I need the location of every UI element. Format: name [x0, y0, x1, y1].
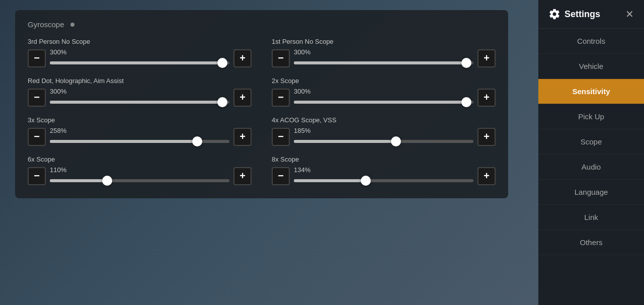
slider-group-4x-acog-scope: 4x ACOG Scope, VSS−185%+ [272, 116, 496, 146]
slider-thumb-3rd-person-no-scope[interactable] [217, 58, 227, 68]
slider-track-wrapper-3rd-person-no-scope[interactable] [50, 58, 229, 68]
slider-fill-3x-scope [50, 140, 197, 143]
minus-btn-8x-scope[interactable]: − [272, 167, 290, 185]
slider-row-3x-scope: −258%+ [28, 127, 252, 146]
slider-group-red-dot-holographic: Red Dot, Holographic, Aim Assist−300%+ [28, 77, 252, 107]
plus-btn-6x-scope[interactable]: + [233, 167, 252, 185]
slider-container-3rd-person-no-scope: 300% [50, 48, 229, 68]
slider-thumb-4x-acog-scope[interactable] [391, 136, 401, 146]
minus-btn-1st-person-no-scope[interactable]: − [272, 49, 290, 67]
slider-container-6x-scope: 110% [50, 166, 229, 186]
slider-track-wrapper-2x-scope[interactable] [294, 97, 473, 107]
slider-thumb-8x-scope[interactable] [361, 176, 371, 186]
slider-row-1st-person-no-scope: −300%+ [272, 48, 496, 68]
plus-btn-4x-acog-scope[interactable]: + [477, 128, 496, 146]
slider-label-3rd-person-no-scope: 3rd Person No Scope [28, 38, 252, 45]
nav-item-language[interactable]: Language [538, 180, 644, 205]
minus-btn-4x-acog-scope[interactable]: − [272, 128, 290, 146]
slider-fill-2x-scope [294, 101, 466, 104]
slider-label-3x-scope: 3x Scope [28, 116, 252, 124]
slider-track-1st-person-no-scope [294, 61, 473, 64]
sidebar-nav: ControlsVehicleSensitivityPick UpScopeAu… [538, 29, 644, 305]
slider-track-3x-scope [50, 140, 229, 143]
slider-label-2x-scope: 2x Scope [272, 77, 496, 85]
plus-btn-3x-scope[interactable]: + [233, 128, 252, 146]
minus-btn-2x-scope[interactable]: − [272, 89, 290, 107]
slider-value-3x-scope: 258% [50, 127, 229, 134]
slider-fill-3rd-person-no-scope [50, 61, 222, 64]
slider-label-4x-acog-scope: 4x ACOG Scope, VSS [272, 116, 496, 124]
nav-item-vehicle[interactable]: Vehicle [538, 54, 644, 79]
plus-btn-3rd-person-no-scope[interactable]: + [233, 49, 252, 67]
plus-btn-red-dot-holographic[interactable]: + [233, 89, 252, 107]
slider-track-3rd-person-no-scope [50, 61, 229, 64]
settings-panel: Gyroscope 3rd Person No Scope−300%+1st P… [15, 10, 508, 198]
slider-value-2x-scope: 300% [294, 88, 473, 95]
slider-group-6x-scope: 6x Scope−110%+ [28, 156, 252, 186]
slider-thumb-2x-scope[interactable] [461, 97, 471, 107]
slider-value-8x-scope: 134% [294, 166, 473, 174]
slider-value-4x-acog-scope: 185% [294, 127, 473, 134]
slider-row-2x-scope: −300%+ [272, 88, 496, 107]
slider-track-wrapper-3x-scope[interactable] [50, 136, 229, 146]
slider-container-1st-person-no-scope: 300% [294, 48, 473, 68]
slider-value-1st-person-no-scope: 300% [294, 48, 473, 56]
slider-group-8x-scope: 8x Scope−134%+ [272, 156, 496, 186]
slider-fill-8x-scope [294, 179, 366, 182]
minus-btn-3x-scope[interactable]: − [28, 128, 46, 146]
plus-btn-8x-scope[interactable]: + [477, 167, 496, 185]
slider-track-wrapper-1st-person-no-scope[interactable] [294, 58, 473, 68]
minus-btn-6x-scope[interactable]: − [28, 167, 46, 185]
slider-track-red-dot-holographic [50, 101, 229, 104]
slider-fill-1st-person-no-scope [294, 61, 466, 64]
slider-label-red-dot-holographic: Red Dot, Holographic, Aim Assist [28, 77, 252, 85]
minus-btn-red-dot-holographic[interactable]: − [28, 89, 46, 107]
sidebar-title: Settings [548, 8, 600, 20]
sidebar-header: Settings ✕ [538, 0, 644, 29]
nav-item-controls[interactable]: Controls [538, 29, 644, 54]
slider-fill-4x-acog-scope [294, 140, 396, 143]
slider-track-wrapper-8x-scope[interactable] [294, 176, 473, 186]
slider-track-wrapper-red-dot-holographic[interactable] [50, 97, 229, 107]
slider-thumb-3x-scope[interactable] [192, 136, 202, 146]
slider-track-wrapper-4x-acog-scope[interactable] [294, 136, 473, 146]
slider-value-3rd-person-no-scope: 300% [50, 48, 229, 56]
panel-title-text: Gyroscope [28, 20, 64, 29]
main-content: Gyroscope 3rd Person No Scope−300%+1st P… [0, 0, 538, 305]
slider-group-2x-scope: 2x Scope−300%+ [272, 77, 496, 107]
slider-thumb-red-dot-holographic[interactable] [217, 97, 227, 107]
slider-container-2x-scope: 300% [294, 88, 473, 107]
sidebar-title-text: Settings [565, 9, 600, 20]
slider-label-6x-scope: 6x Scope [28, 156, 252, 163]
slider-row-8x-scope: −134%+ [272, 166, 496, 186]
slider-group-3x-scope: 3x Scope−258%+ [28, 116, 252, 146]
sidebar: Settings ✕ ControlsVehicleSensitivityPic… [538, 0, 644, 305]
close-icon[interactable]: ✕ [625, 8, 634, 20]
nav-item-sensitivity[interactable]: Sensitivity [538, 79, 644, 104]
slider-container-red-dot-holographic: 300% [50, 88, 229, 107]
slider-value-red-dot-holographic: 300% [50, 88, 229, 95]
slider-track-4x-acog-scope [294, 140, 473, 143]
slider-track-8x-scope [294, 179, 473, 182]
plus-btn-1st-person-no-scope[interactable]: + [477, 49, 496, 67]
slider-track-wrapper-6x-scope[interactable] [50, 176, 229, 186]
slider-track-6x-scope [50, 179, 229, 182]
slider-fill-6x-scope [50, 179, 107, 182]
nav-item-link[interactable]: Link [538, 205, 644, 230]
nav-item-scope[interactable]: Scope [538, 129, 644, 155]
panel-title: Gyroscope [28, 20, 496, 29]
slider-label-8x-scope: 8x Scope [272, 156, 496, 163]
slider-thumb-1st-person-no-scope[interactable] [461, 58, 471, 68]
nav-item-pick-up[interactable]: Pick Up [538, 104, 644, 129]
slider-thumb-6x-scope[interactable] [102, 176, 112, 186]
nav-item-others[interactable]: Others [538, 230, 644, 255]
nav-item-audio[interactable]: Audio [538, 155, 644, 180]
slider-track-2x-scope [294, 101, 473, 104]
plus-btn-2x-scope[interactable]: + [477, 89, 496, 107]
minus-btn-3rd-person-no-scope[interactable]: − [28, 49, 46, 67]
slider-row-3rd-person-no-scope: −300%+ [28, 48, 252, 68]
slider-container-4x-acog-scope: 185% [294, 127, 473, 146]
slider-row-4x-acog-scope: −185%+ [272, 127, 496, 146]
slider-label-1st-person-no-scope: 1st Person No Scope [272, 38, 496, 45]
slider-row-6x-scope: −110%+ [28, 166, 252, 186]
